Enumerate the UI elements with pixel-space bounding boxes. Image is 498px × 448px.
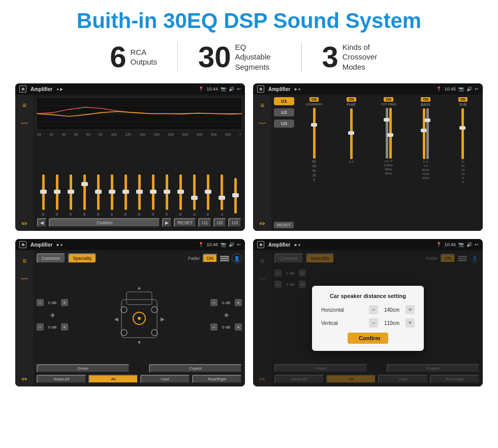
cross-u3-btn[interactable]: U3: [274, 120, 294, 128]
vol-val-1: 0 dB: [45, 325, 59, 330]
cross-volume-icon: 🔊: [466, 86, 472, 92]
vol-row-0: − 0 dB +: [37, 299, 68, 306]
cross-reset-btn[interactable]: RESET: [274, 222, 294, 228]
eq-slider-5[interactable]: 0: [106, 174, 118, 216]
eq-slider-9[interactable]: 0: [161, 174, 173, 216]
svg-text:▼: ▼: [137, 340, 142, 345]
eq-u1-btn[interactable]: U1: [198, 218, 211, 227]
vol-plus-1[interactable]: +: [61, 323, 68, 331]
cross-loudness-panel: ON LOUDNESS 64 48 32 16 0: [297, 97, 331, 228]
eq-main: 2532405063 80100125160200 25032040050063…: [34, 95, 245, 231]
vol-minus-3[interactable]: −: [210, 323, 217, 331]
dialog-back-icon[interactable]: ↩: [475, 242, 479, 247]
dialog-home-icon[interactable]: [257, 241, 264, 248]
vol-row-3: − 0 dB +: [210, 323, 242, 331]
home-icon[interactable]: [19, 85, 26, 93]
eq-slider-7[interactable]: 0: [133, 174, 145, 216]
dialog-horizontal-minus[interactable]: −: [369, 305, 378, 314]
eq-icon-3[interactable]: ⇔: [19, 218, 30, 229]
confirm-button[interactable]: Confirm: [348, 333, 388, 344]
cross-sub-slider[interactable]: [461, 108, 464, 159]
fader-back-icon[interactable]: ↩: [237, 242, 241, 247]
eq-slider-1[interactable]: 0: [51, 174, 63, 216]
cross-sub-label: SUB: [459, 103, 466, 106]
cross-phat-slider[interactable]: [350, 108, 353, 159]
eq-slider-14[interactable]: [229, 178, 241, 216]
dialog-vertical-stepper: − 110cm +: [369, 318, 415, 327]
cross-cutfreq-slider2[interactable]: [389, 108, 392, 159]
eq-status-left: Amplifier ● ▶: [19, 85, 63, 93]
vol-plus-3[interactable]: +: [235, 323, 242, 331]
svg-point-9: [121, 330, 127, 336]
cross-home-icon[interactable]: [257, 85, 264, 93]
eq-slider-6[interactable]: 0: [119, 174, 132, 216]
dialog-status-bar: Amplifier ■ ● 📍 10:46 📷 🔊 ↩: [253, 239, 483, 250]
eq-next-btn[interactable]: ▶: [162, 218, 172, 227]
cross-side-icons: ≡ 〰 ⇔: [253, 95, 271, 231]
dialog-horizontal-plus[interactable]: +: [406, 305, 415, 314]
eq-slider-3[interactable]: 5: [78, 174, 90, 216]
fader-btn-user[interactable]: User: [140, 375, 190, 383]
eq-slider-13[interactable]: -1: [215, 174, 228, 216]
eq-u3-btn[interactable]: U3: [228, 218, 241, 227]
fader-icon-3[interactable]: ⇔: [19, 373, 30, 384]
eq-slider-10[interactable]: 0: [174, 174, 186, 216]
fader-home-icon[interactable]: [19, 241, 26, 248]
cross-bass-hz3: 70Hz: [422, 172, 429, 175]
eq-slider-11[interactable]: -1: [188, 174, 200, 216]
cross-loudness-val4: 16: [312, 173, 316, 177]
cross-icon-2[interactable]: 〰: [257, 118, 268, 129]
eq-slider-4[interactable]: 0: [92, 174, 104, 216]
eq-icon-2[interactable]: 〰: [19, 118, 30, 129]
vol-minus-0[interactable]: −: [37, 299, 44, 306]
vol-plus-0[interactable]: +: [61, 299, 68, 306]
svg-point-10: [151, 330, 158, 336]
eq-screen-card: Amplifier ● ▶ 📍 10:44 📷 🔊 ↩ ≡ 〰 ⇔: [15, 83, 245, 231]
eq-slider-2[interactable]: 0: [65, 174, 77, 216]
cross-loudness-slider[interactable]: [313, 108, 316, 159]
eq-u2-btn[interactable]: U2: [213, 218, 227, 227]
fader-tab-specialty[interactable]: Specialty: [68, 253, 97, 263]
dialog-vertical-plus[interactable]: +: [406, 318, 415, 327]
eq-icon-1[interactable]: ≡: [19, 100, 30, 111]
cross-bass-slider2[interactable]: [426, 108, 429, 159]
cross-bass-on[interactable]: ON: [421, 97, 430, 102]
cross-bass-slider1[interactable]: [423, 108, 425, 159]
screenshots-grid: Amplifier ● ▶ 📍 10:44 📷 🔊 ↩ ≡ 〰 ⇔: [15, 83, 483, 386]
cross-icon-3[interactable]: ⇔: [257, 218, 268, 229]
cross-phat-on[interactable]: ON: [347, 97, 356, 102]
fader-btn-rearleft[interactable]: RearLeft: [37, 375, 86, 383]
fader-icon-2[interactable]: 〰: [19, 274, 30, 285]
cross-sub-on[interactable]: ON: [458, 97, 468, 102]
fader-label: Fader: [188, 256, 200, 261]
eq-reset-btn[interactable]: RESET: [174, 218, 196, 227]
eq-slider-12[interactable]: 0: [202, 174, 214, 216]
cross-phat-gf: G F: [349, 160, 354, 163]
fader-bars-icon: [220, 256, 229, 261]
vol-minus-2[interactable]: −: [210, 299, 217, 306]
fader-btn-copilot[interactable]: Copilot: [149, 364, 242, 373]
eq-slider-8[interactable]: 0: [147, 174, 159, 216]
cross-u1-btn[interactable]: U1: [274, 97, 294, 105]
back-icon[interactable]: ↩: [237, 86, 241, 92]
cross-cutfreq-on[interactable]: ON: [384, 97, 393, 102]
fader-btn-rearright[interactable]: RearRight: [192, 375, 242, 383]
cross-loudness-on[interactable]: ON: [309, 97, 319, 102]
fader-icon-1[interactable]: ≡: [19, 255, 30, 266]
fader-location-icon: 📍: [198, 242, 204, 247]
vol-plus-2[interactable]: +: [235, 299, 242, 306]
eq-prev-btn[interactable]: ◀: [37, 218, 47, 227]
vol-minus-1[interactable]: −: [37, 323, 44, 331]
eq-slider-0[interactable]: 0: [37, 174, 49, 216]
fader-btn-all[interactable]: All: [88, 375, 138, 383]
cross-u2-btn[interactable]: U2: [274, 108, 294, 116]
fader-tab-common[interactable]: Common: [37, 253, 66, 263]
avatar-icon[interactable]: 👤: [232, 253, 242, 263]
cross-icon-1[interactable]: ≡: [257, 100, 268, 111]
fader-on-toggle[interactable]: ON: [203, 254, 218, 263]
eq-custom-btn[interactable]: Custom: [49, 218, 160, 227]
cross-back-icon[interactable]: ↩: [475, 86, 479, 92]
dialog-vertical-minus[interactable]: −: [369, 318, 378, 327]
fader-btn-driver[interactable]: Driver: [37, 364, 130, 373]
speaker-icon-right: ◈: [224, 311, 229, 318]
